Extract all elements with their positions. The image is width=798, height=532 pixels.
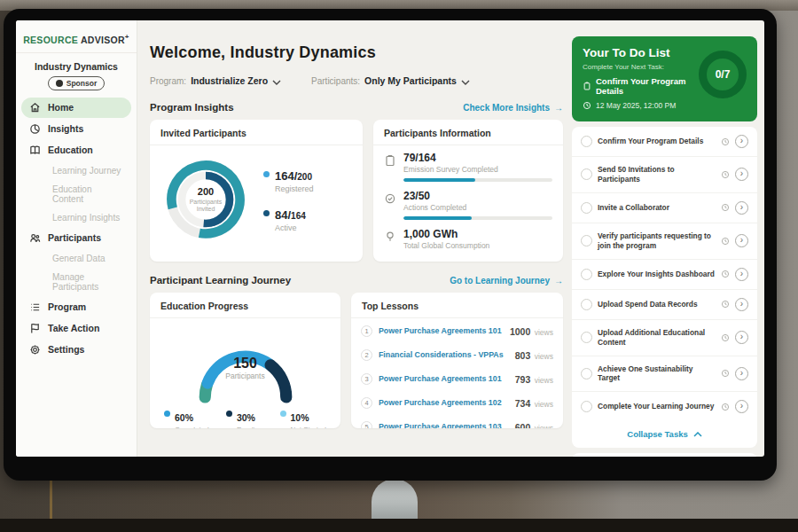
collapse-tasks-link[interactable]: Collapse Tasks xyxy=(572,421,757,448)
logo-plus: + xyxy=(125,33,129,41)
todo-checkbox[interactable] xyxy=(581,332,592,343)
todo-item[interactable]: Complete Your Learning Journey › xyxy=(572,392,757,421)
learning-cards-row: Education Progress 150 Participants xyxy=(150,293,563,428)
collapse-label: Collapse Tasks xyxy=(627,429,687,439)
todo-item[interactable]: Confirm Your Program Details › xyxy=(572,127,757,157)
lesson-link[interactable]: Financial Considerations - VPPAs xyxy=(379,350,509,359)
sidebar-item-manage-participants[interactable]: Manage Participants xyxy=(21,268,131,296)
clock-icon xyxy=(583,101,591,110)
todo-item[interactable]: Upload Spend Data Records › xyxy=(572,290,757,320)
chevron-right-button[interactable]: › xyxy=(735,135,748,148)
lesson-rank: 2 xyxy=(361,349,372,361)
sidebar-item-learning-journey[interactable]: Learning Journey xyxy=(21,161,131,180)
sidebar-item-label: Education xyxy=(48,145,93,155)
todo-checkbox[interactable] xyxy=(581,401,592,412)
todo-item[interactable]: Upload Additional Educational Content › xyxy=(572,320,757,356)
stat-label: Emission Survey Completed xyxy=(403,165,552,174)
sidebar-item-learning-insights[interactable]: Learning Insights xyxy=(21,208,131,227)
todo-next-task-label: Confirm Your Program Details xyxy=(596,76,699,96)
logo-resource: RESOURCE xyxy=(23,35,78,45)
clipboard-icon xyxy=(583,82,591,90)
clock-icon xyxy=(721,333,730,342)
legend-label: Active xyxy=(275,223,306,232)
chevron-right-button[interactable]: › xyxy=(735,400,748,413)
sponsor-badge: Sponsor xyxy=(48,76,105,90)
chevron-right-button[interactable]: › xyxy=(735,201,748,215)
lesson-views: 793 xyxy=(515,374,531,385)
go-to-learning-journey-link[interactable]: Go to Learning Journey→ xyxy=(450,276,563,286)
sidebar-item-settings[interactable]: Settings xyxy=(21,340,131,360)
legend-pct: 10% xyxy=(291,412,309,423)
todo-item[interactable]: Invite a Collaborator › xyxy=(572,193,757,223)
arrow-right-icon: → xyxy=(554,103,563,113)
stat-label: Actions Completed xyxy=(403,203,552,212)
todo-checkbox[interactable] xyxy=(581,235,592,246)
gauge-chart-area: 150 Participants xyxy=(150,318,340,403)
sidebar-item-education[interactable]: Education xyxy=(21,140,131,160)
lesson-link[interactable]: Power Purchase Agreements 103 xyxy=(379,422,509,428)
participants-value: Only My Participants xyxy=(364,75,457,86)
chevron-right-button[interactable]: › xyxy=(735,298,748,311)
donut-center-value: 200 xyxy=(198,186,214,197)
lesson-views-label: views xyxy=(535,376,553,385)
todo-checkbox[interactable] xyxy=(581,269,592,280)
todo-checkbox[interactable] xyxy=(581,299,592,310)
participants-information-card: Participants Information 79/164 Emission… xyxy=(373,120,563,262)
program-dropdown[interactable]: Program: Industrialize Zero xyxy=(150,73,281,89)
sidebar-item-label: Learning Journey xyxy=(52,166,121,176)
section-title: Participant Learning Journey xyxy=(150,275,291,286)
chevron-right-button[interactable]: › xyxy=(735,234,748,247)
sidebar-item-insights[interactable]: Insights xyxy=(21,119,131,139)
legend-label: Completed xyxy=(175,426,209,428)
check-more-insights-link[interactable]: Check More Insights→ xyxy=(463,103,563,113)
progress-bar-fill xyxy=(403,178,475,182)
sidebar-item-label: Manage Participants xyxy=(52,272,98,292)
chevron-right-button[interactable]: › xyxy=(735,367,748,380)
lesson-link[interactable]: Power Purchase Agreements 102 xyxy=(379,398,509,407)
sidebar-item-label: Insights xyxy=(48,123,83,134)
lesson-views: 803 xyxy=(515,350,531,361)
todo-item[interactable]: Achieve One Sustainability Target › xyxy=(572,356,757,393)
chevron-right-button[interactable]: › xyxy=(735,168,748,181)
sidebar-item-home[interactable]: Home xyxy=(21,98,131,118)
lesson-link[interactable]: Power Purchase Agreements 101 xyxy=(379,374,509,383)
section-title: Program Insights xyxy=(150,102,234,113)
legend-pct: 30% xyxy=(237,412,255,423)
chevron-up-icon xyxy=(693,432,702,437)
stat-value: 1,000 GWh xyxy=(403,228,552,240)
todo-checkbox[interactable] xyxy=(581,168,592,180)
main-content: Welcome, Industry Dynamics Program: Indu… xyxy=(137,20,764,457)
todo-item[interactable]: Send 50 Invitations to Participants › xyxy=(572,157,757,193)
education-progress-card: Education Progress 150 Participants xyxy=(150,293,340,428)
todo-item[interactable]: Verify participants requesting to join t… xyxy=(572,223,757,260)
todo-checkbox[interactable] xyxy=(581,368,592,379)
sidebar-item-take-action[interactable]: Take Action xyxy=(21,318,131,339)
clock-icon xyxy=(721,203,730,212)
clock-icon xyxy=(721,137,730,146)
sidebar-item-general-data[interactable]: General Data xyxy=(21,249,131,268)
participants-label: Participants: xyxy=(311,76,360,86)
todo-item-label: Verify participants requesting to join t… xyxy=(598,231,716,251)
todo-checkbox[interactable] xyxy=(581,136,592,147)
sidebar-item-participants[interactable]: Participants xyxy=(21,228,131,248)
lesson-views-label: views xyxy=(535,328,553,337)
sidebar-item-education-content[interactable]: Education Content xyxy=(21,180,131,208)
stat-value: 79/164 xyxy=(403,152,552,164)
sidebar-item-program[interactable]: Program xyxy=(21,297,131,317)
todo-item[interactable]: Explore Your Insights Dashboard › xyxy=(572,260,757,290)
lesson-views: 600 xyxy=(515,422,531,428)
right-column: Your To Do List Complete Your Next Task:… xyxy=(572,20,757,457)
todo-checkbox[interactable] xyxy=(581,202,592,214)
lesson-link[interactable]: Power Purchase Agreements 101 xyxy=(379,326,504,335)
gear-icon xyxy=(29,344,41,356)
chevron-right-button[interactable]: › xyxy=(735,331,748,344)
legend-total: 200 xyxy=(297,172,312,182)
todo-list: Confirm Your Program Details › Send 50 I… xyxy=(572,127,757,448)
logo-advisor: ADVISOR xyxy=(81,35,125,45)
todo-item-label: Achieve One Sustainability Target xyxy=(598,364,716,384)
chevron-right-button[interactable]: › xyxy=(735,268,748,281)
flag-icon xyxy=(29,323,41,334)
lesson-row: 1 Power Purchase Agreements 101 1000 vie… xyxy=(351,318,563,342)
participants-dropdown[interactable]: Participants: Only My Participants xyxy=(311,73,470,89)
list-icon xyxy=(29,301,41,313)
